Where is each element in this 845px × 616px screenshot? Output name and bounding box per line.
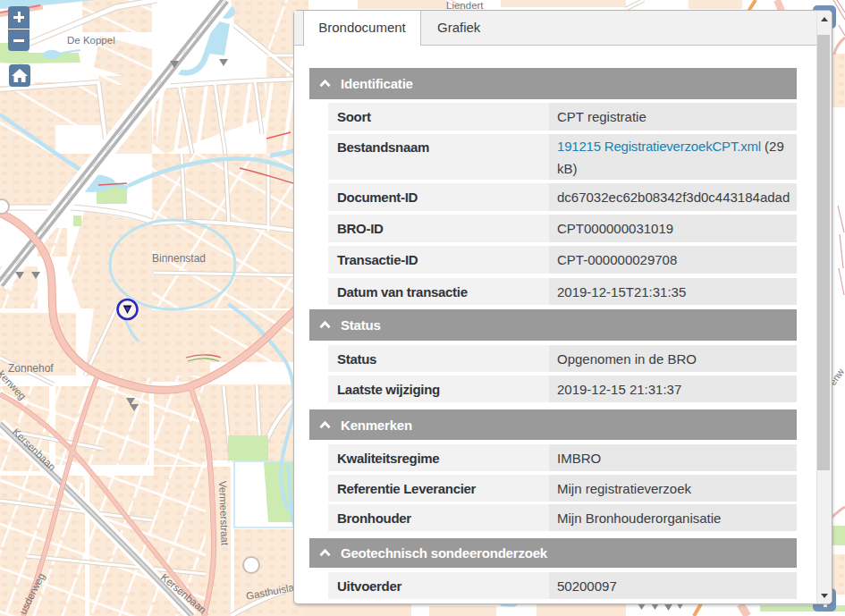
svg-text:Vermeerstraat: Vermeerstraat	[217, 481, 231, 546]
svg-text:Binnenstad: Binnenstad	[152, 252, 206, 265]
svg-text:Zonnehof: Zonnehof	[8, 362, 54, 375]
svg-text:De Koppel: De Koppel	[67, 35, 115, 46]
